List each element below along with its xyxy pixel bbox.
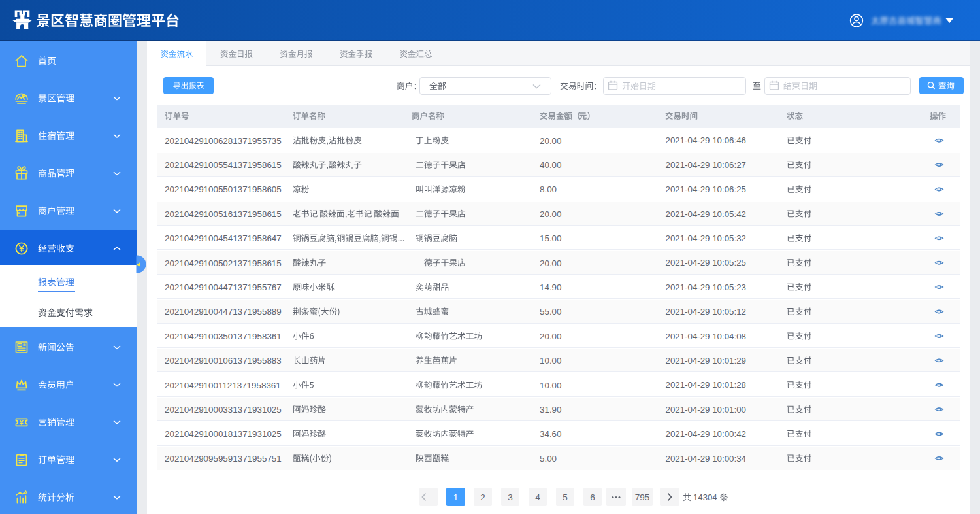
svg-text:2021-04-29 10:05:12: 2021-04-29 10:05:12: [666, 307, 746, 317]
svg-text:202104291001061371955883: 202104291001061371955883: [165, 356, 282, 366]
svg-text:15.00: 15.00: [540, 233, 562, 243]
svg-text:20.00: 20.00: [540, 209, 562, 219]
svg-text:31.90: 31.90: [540, 405, 562, 415]
svg-text:2021-04-29 10:00:42: 2021-04-29 10:00:42: [666, 429, 746, 439]
svg-text:8.00: 8.00: [540, 184, 557, 194]
svg-text:5: 5: [563, 492, 568, 502]
svg-text:202104291000331371931025: 202104291000331371931025: [165, 405, 282, 415]
svg-text:202104291004471371955889: 202104291004471371955889: [165, 307, 282, 317]
svg-text:202104291001121371958361: 202104291001121371958361: [165, 381, 281, 390]
svg-text:202104291004541371958647: 202104291004541371958647: [165, 233, 282, 243]
svg-text:202104291005501371958605: 202104291005501371958605: [165, 184, 282, 194]
svg-text:202104291005161371958615: 202104291005161371958615: [165, 209, 282, 219]
svg-text:202104291003501371958361: 202104291003501371958361: [165, 332, 282, 341]
svg-text:2021-04-29 10:05:32: 2021-04-29 10:05:32: [666, 233, 746, 243]
svg-text:55.00: 55.00: [540, 307, 562, 317]
svg-text:14.90: 14.90: [540, 283, 562, 292]
svg-text:10.00: 10.00: [540, 381, 562, 390]
svg-text:2021-04-29 10:04:08: 2021-04-29 10:04:08: [666, 332, 746, 341]
svg-text:2021-04-29 10:00:34: 2021-04-29 10:00:34: [666, 454, 746, 464]
svg-text:2021-04-29 10:05:42: 2021-04-29 10:05:42: [666, 209, 746, 219]
svg-text:2: 2: [480, 492, 485, 502]
svg-text:202104291005021371958615: 202104291005021371958615: [165, 258, 282, 268]
svg-text:20.00: 20.00: [540, 332, 562, 341]
svg-text:20.00: 20.00: [540, 136, 562, 146]
svg-text:20.00: 20.00: [540, 258, 562, 268]
svg-text:795: 795: [635, 492, 650, 502]
svg-text:5.00: 5.00: [540, 454, 557, 464]
svg-text:2021-04-29 10:01:28: 2021-04-29 10:01:28: [666, 380, 746, 390]
svg-text:2021-04-29 10:01:00: 2021-04-29 10:01:00: [666, 405, 746, 415]
svg-text:202104291004471371955767: 202104291004471371955767: [165, 283, 282, 292]
svg-text:2021-04-29 10:05:23: 2021-04-29 10:05:23: [666, 283, 746, 292]
svg-text:1: 1: [453, 492, 459, 502]
svg-text:34.60: 34.60: [540, 429, 562, 439]
svg-text:202104290959591371955751: 202104290959591371955751: [165, 454, 282, 464]
svg-text:4: 4: [535, 492, 540, 502]
svg-text:2021-04-29 10:06:46: 2021-04-29 10:06:46: [666, 135, 746, 145]
svg-text:2021-04-29 10:01:29: 2021-04-29 10:01:29: [666, 356, 746, 366]
svg-text:202104291000181371931025: 202104291000181371931025: [165, 429, 282, 439]
svg-text:202104291006281371955735: 202104291006281371955735: [165, 136, 282, 146]
svg-text:202104291005541371958615: 202104291005541371958615: [165, 160, 282, 170]
svg-text:2021-04-29 10:06:25: 2021-04-29 10:06:25: [666, 184, 746, 194]
svg-text:2021-04-29 10:06:27: 2021-04-29 10:06:27: [666, 160, 746, 170]
svg-text:6: 6: [590, 492, 595, 502]
svg-text:40.00: 40.00: [540, 160, 562, 170]
svg-text:10.00: 10.00: [540, 356, 562, 366]
svg-text:14304: 14304: [693, 492, 717, 502]
svg-text:3: 3: [508, 492, 513, 502]
svg-text:2021-04-29 10:05:25: 2021-04-29 10:05:25: [666, 258, 746, 267]
